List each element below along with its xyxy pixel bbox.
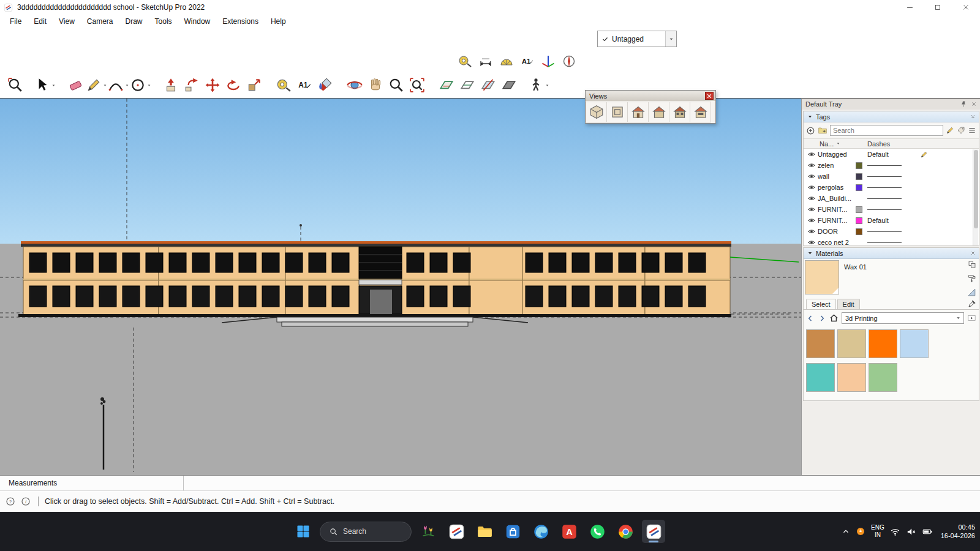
chevron-down-icon[interactable] [124,83,130,88]
view-right-button[interactable] [648,102,669,122]
texture-icon[interactable] [967,288,976,297]
walk-tool-button[interactable] [528,75,550,96]
tag-dashes[interactable] [867,242,916,243]
chevron-down-icon[interactable] [102,83,108,88]
menu-extensions[interactable]: Extensions [216,15,265,28]
section-plane-tool-button[interactable] [436,75,457,96]
tag-icon[interactable] [957,126,965,135]
school-model[interactable] [18,241,731,326]
view-iso-button[interactable] [586,102,607,122]
material-swatch[interactable] [900,329,929,358]
text-tool-button[interactable]: A1 [517,51,538,72]
tray-chevron-icon[interactable] [842,527,850,536]
tag-row[interactable]: pergolas [804,182,979,193]
visibility-eye-icon[interactable] [805,205,818,214]
help-icon[interactable]: ? [6,497,15,506]
chevron-down-icon[interactable] [665,31,676,47]
menu-file[interactable]: File [4,15,28,28]
sample-paint-icon[interactable] [968,299,976,309]
minimize-button[interactable] [895,0,924,15]
tag-row[interactable]: FURNIT... [804,204,979,215]
menu-camera[interactable]: Camera [81,15,119,28]
section-display-tool-button[interactable] [457,75,478,96]
pin-icon[interactable] [960,100,967,108]
eraser-tool-button[interactable] [65,75,86,96]
tag-row[interactable]: UntaggedDefault [804,149,979,160]
view-top-button[interactable] [606,102,628,122]
views-palette-titlebar[interactable]: Views [586,91,715,101]
viewport-canvas[interactable] [0,98,801,475]
view-left-button[interactable] [690,102,711,122]
sketchup-active-icon[interactable] [642,520,665,543]
column-header-name[interactable]: Na... [820,140,866,148]
text-tool-button[interactable]: A1 [294,75,315,96]
tray-close-icon[interactable] [970,100,978,108]
paint-tool-button[interactable] [315,75,336,96]
tag-row[interactable]: DOOR [804,226,979,237]
orbit-tool-button[interactable] [344,75,365,96]
tab-edit[interactable]: Edit [837,299,860,309]
pencil-tool-button[interactable] [86,75,108,96]
zoom-window-tool-button[interactable] [5,75,26,96]
north-tool-button[interactable] [559,51,579,72]
store-icon[interactable] [501,520,524,543]
volume-icon[interactable] [906,527,916,537]
secondary-pane-icon[interactable] [968,260,976,269]
pencil-icon[interactable] [920,151,928,159]
followme-tool-button[interactable] [181,75,202,96]
forward-icon[interactable] [818,314,826,323]
column-header-dashes[interactable]: Dashes [867,140,890,148]
edge-icon[interactable] [529,520,552,543]
pan-tool-button[interactable] [365,75,386,96]
tag-row[interactable]: JA_Buildi... [804,193,979,204]
tape-measure-tool-button[interactable] [454,51,475,72]
tag-row[interactable]: FURNIT...Default [804,215,979,226]
collection-dropdown[interactable]: 3d Printing [842,312,964,324]
tag-dashes[interactable] [867,187,916,188]
start-button[interactable] [292,520,315,543]
create-material-icon[interactable] [967,274,976,283]
view-front-button[interactable] [627,102,649,122]
battery-icon[interactable] [922,526,933,537]
visibility-eye-icon[interactable] [805,183,818,192]
view-back-button[interactable] [669,102,690,122]
pushpull-tool-button[interactable] [160,75,181,96]
arc-tool-button[interactable] [108,75,130,96]
protractor-tool-button[interactable] [496,51,517,72]
zoom-tool-button[interactable] [386,75,407,96]
chrome-icon[interactable] [614,520,637,543]
tag-row[interactable]: zelen [804,160,979,171]
material-preview[interactable] [805,260,839,294]
visibility-eye-icon[interactable] [805,227,818,236]
menu-help[interactable]: Help [265,15,292,28]
tag-filter-dropdown[interactable]: Untagged [597,31,677,47]
section-cut-tool-button[interactable] [478,75,499,96]
visibility-eye-icon[interactable] [805,172,818,181]
collapse-icon[interactable] [807,114,813,119]
autodesk-icon[interactable]: A [557,520,581,543]
tag-color-swatch[interactable] [856,206,862,213]
zoom-extents-tool-button[interactable] [407,75,428,96]
material-swatch[interactable] [806,329,835,358]
tag-dashes[interactable] [867,209,916,210]
material-swatch[interactable] [869,329,897,358]
menu-tools[interactable]: Tools [149,15,178,28]
tag-dashes[interactable] [867,231,916,232]
scale-tool-button[interactable] [244,75,265,96]
visibility-eye-icon[interactable] [805,216,818,225]
select-tool-button[interactable] [34,75,56,96]
tape-measure-tool-button[interactable] [273,75,294,96]
language-indicator[interactable]: ENG IN [871,524,884,539]
visibility-eye-icon[interactable] [805,238,818,246]
maximize-button[interactable] [924,0,952,15]
tag-color-swatch[interactable] [856,217,862,224]
tag-row[interactable]: ceco net 2 [804,237,979,246]
views-close-button[interactable] [705,92,714,100]
rotate-tool-button[interactable] [223,75,244,96]
material-swatch[interactable] [869,363,897,392]
widgets-icon[interactable] [417,520,440,543]
info-icon[interactable]: i [21,497,31,506]
menu-draw[interactable]: Draw [119,15,149,28]
whatsapp-icon[interactable] [586,520,609,543]
shapes-tool-button[interactable] [130,75,152,96]
